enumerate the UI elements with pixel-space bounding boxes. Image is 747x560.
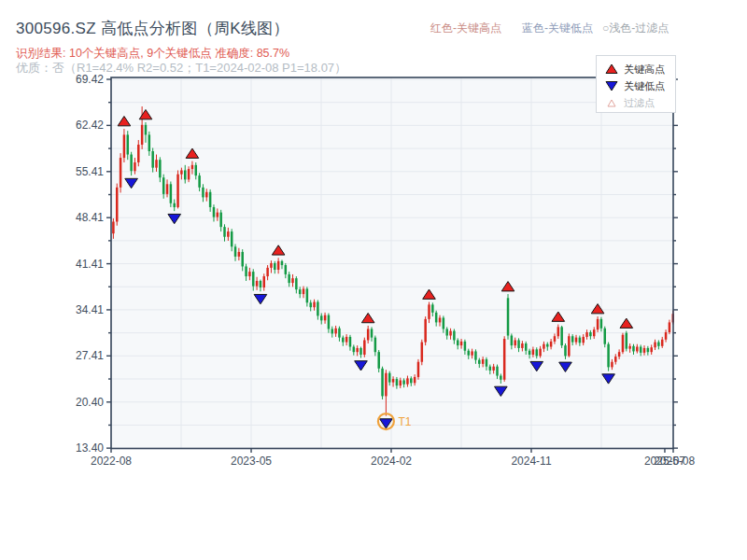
candle xyxy=(626,331,628,352)
x-tick-label: 2024-11 xyxy=(511,455,551,468)
y-tick-label: 20.40 xyxy=(76,396,104,409)
candle xyxy=(176,170,179,208)
candle xyxy=(424,316,427,345)
legend-item-filtered: 过滤点 xyxy=(605,94,675,111)
chart-legend: 关键高点 关键低点 过滤点 xyxy=(596,55,676,113)
y-tick-label: 55.41 xyxy=(76,165,104,178)
legend-label: 关键高点 xyxy=(624,63,665,77)
candle xyxy=(421,340,424,366)
y-tick-label: 13.40 xyxy=(76,441,104,455)
plot-background xyxy=(111,77,673,449)
legend-label: 关键低点 xyxy=(624,79,665,93)
t1-label: T1 xyxy=(398,415,411,428)
triangle-up-red-icon xyxy=(605,63,618,75)
legend-label: 过滤点 xyxy=(624,96,655,110)
y-tick-label: 69.42 xyxy=(76,73,104,86)
candle xyxy=(607,343,610,371)
y-tick-label: 27.41 xyxy=(76,349,104,362)
x-tick-label: 2024-02 xyxy=(371,455,412,468)
triangle-outline-icon xyxy=(605,97,618,108)
y-tick-label: 48.41 xyxy=(76,211,104,224)
y-tick-label: 62.42 xyxy=(76,119,104,132)
candle xyxy=(363,338,366,357)
x-tick-label: 2022-08 xyxy=(91,455,132,468)
candle xyxy=(507,294,510,340)
x-tick-label: 2023-05 xyxy=(231,455,272,468)
candle xyxy=(381,367,384,399)
x-tick-label: 2025-08 xyxy=(654,455,695,468)
triangle-down-blue-icon xyxy=(605,80,618,91)
kline-analysis-page: { "header": { "title": "300596.SZ 高低点分析图… xyxy=(0,0,747,560)
y-tick-label: 41.41 xyxy=(76,258,104,271)
candle xyxy=(622,333,625,355)
candle xyxy=(120,153,122,192)
legend-item-key-high: 关键高点 xyxy=(605,61,675,77)
candle xyxy=(503,336,506,382)
legend-item-key-low: 关键低点 xyxy=(605,77,675,94)
candle xyxy=(417,359,420,380)
candle xyxy=(560,326,563,348)
candle xyxy=(568,333,571,357)
y-tick-label: 34.41 xyxy=(76,303,104,316)
candle xyxy=(116,184,119,226)
